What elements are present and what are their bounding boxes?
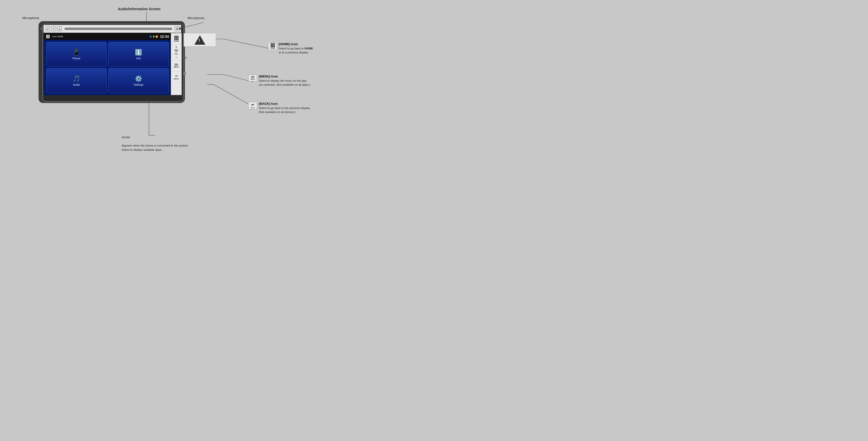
menu-text-block: (MENU) Icon Select to display the menu o… [259,74,310,87]
arrow-dot [183,72,186,75]
status-time: 12:34 [160,34,169,38]
status-bar: AUX HDMI 🔵 🔋 📶 12:34 [44,33,171,40]
microphone-left-label: Microphone [22,16,39,20]
microphone-right-label: Microphone [187,16,204,20]
app-tile-info[interactable]: ℹ️ Info [108,42,169,67]
back-button[interactable]: ↩ BACK [172,71,181,83]
arrow-indicator[interactable]: ≫ [182,55,187,61]
info-label: Info [136,57,141,60]
eject-button[interactable]: ▲ [57,26,62,31]
microphone-right-dot [179,27,181,30]
home-annotation: HOME (HOME) Icon Select to go back to HO… [268,42,313,54]
back-icon: ↩ [175,74,178,78]
back-button-label: BACK [174,78,179,80]
home-button-label: HOME [174,40,179,42]
back-icon-box-annotation: ↩ BACK [248,102,257,109]
menu-button-label: MENU [174,66,179,68]
back-box-icon: ↩ BACK [250,103,255,108]
arrow-label: Arrow [122,135,196,139]
home-icon-small [46,35,51,38]
arrow-desc: Appears when the phone is connected to t… [122,144,196,152]
settings-label: Settings [133,83,144,86]
mic-button[interactable]: 🎤 [45,26,50,31]
menu-icon-desc: Select to display the menu on the appyou… [259,79,310,87]
back-text-block: (BACK) Icon Select to go back to the pre… [259,102,310,114]
status-source: AUX HDMI [52,35,63,38]
vol-plus[interactable]: + [175,46,177,49]
microphone-left-dot [40,27,43,30]
vol-label: VOL [175,53,178,55]
home-icon-title: (HOME) Icon [279,42,313,46]
menu-box-icon: MENU [250,76,255,80]
vol-minus[interactable]: − [175,56,177,59]
menu-icon-title: (MENU) Icon [259,74,310,78]
app-tile-audio[interactable]: 🎵 Audio [46,68,107,93]
home-icon-box: HOME [268,42,277,50]
back-icon-title: (BACK) Icon [259,102,310,105]
side-panel: HOME + VOL − MENU [171,33,182,95]
cd-slot [65,28,172,30]
home-bold: (HOME) Icon [279,42,298,46]
vol-icon [174,50,178,52]
menu-icon [175,64,178,66]
app-tile-settings[interactable]: ⚙️ Settings [108,68,169,93]
diagram: 🎤 ✳ ▲ ⏻ AUX HDMI 🔵 🔋 📶 12:34 📱 Phone ℹ️ … [0,0,434,220]
info-icon: ℹ️ [135,49,142,56]
status-icons: 🔵 🔋 📶 [150,35,158,38]
light-button[interactable]: ✳ [51,26,56,31]
menu-icon-box: MENU [248,74,257,82]
menu-annotation: MENU (MENU) Icon Select to display the m… [248,74,310,87]
arrow-label-block: Arrow Appears when the phone is connecte… [122,135,196,148]
home-icon-desc: Select to go back to HOMEor to a previou… [279,46,313,54]
audio-label: Audio [73,83,80,86]
phone-label: Phone [72,57,81,60]
back-icon-desc: Select to go back to the previous displa… [259,106,310,114]
hazard-triangle-icon [194,35,205,45]
menu-button[interactable]: MENU [172,60,181,71]
app-grid: 📱 Phone ℹ️ Info 🎵 Audio ⚙️ Settings [44,40,171,95]
settings-icon: ⚙️ [135,75,142,82]
phone-icon: 📱 [73,49,80,56]
menu-bold: (MENU) Icon [259,74,278,78]
hazard-button[interactable] [184,33,216,47]
control-strip: 🎤 ✳ ▲ ⏻ [43,25,181,33]
audio-icon: 🎵 [73,75,80,82]
home-text-block: (HOME) Icon Select to go back to HOMEor … [279,42,313,54]
volume-control[interactable]: + VOL − [172,45,181,60]
back-annotation: ↩ BACK (BACK) Icon Select to go back to … [248,102,310,114]
home-annotation-grid [271,43,275,48]
home-button[interactable]: HOME [172,33,181,45]
audio-info-screen-label: Audio/Information Screen [118,7,160,11]
svg-line-9 [214,85,253,107]
app-tile-phone[interactable]: 📱 Phone [46,42,107,67]
back-bold: (BACK) Icon [259,102,278,105]
svg-line-5 [223,39,275,50]
home-grid-icon [174,36,179,40]
